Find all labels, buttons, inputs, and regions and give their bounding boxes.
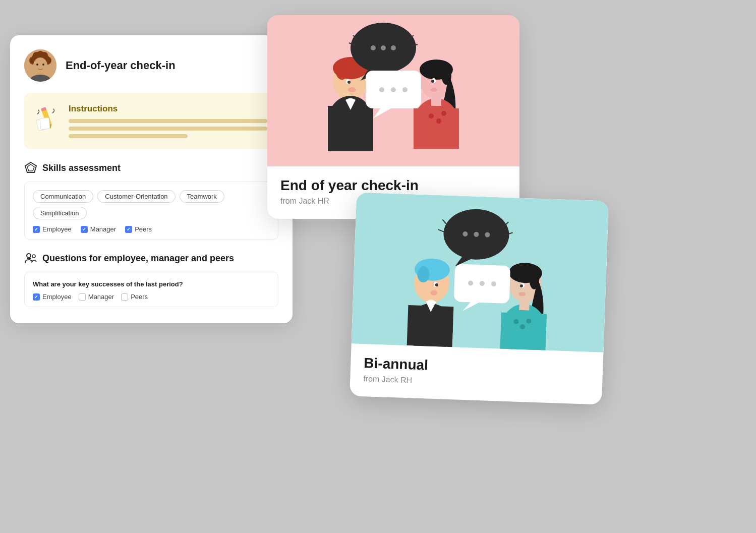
instructions-line-1 (69, 119, 267, 123)
svg-point-48 (371, 45, 376, 50)
skills-section-header: Skills assessment (24, 161, 278, 174)
svg-point-44 (431, 80, 434, 83)
svg-point-26 (336, 64, 348, 80)
skills-checkbox-peers[interactable]: Peers (125, 225, 152, 233)
checkbox-checked-icon (33, 226, 40, 233)
q-peers-label: Peers (131, 293, 148, 301)
instructions-box: Instructions (24, 93, 278, 149)
skills-employee-label: Employee (42, 225, 72, 233)
skill-tag-customer-orientation[interactable]: Customer-Orientation (97, 190, 175, 203)
svg-point-54 (391, 87, 396, 92)
q-checkbox-manager-icon (79, 293, 86, 301)
svg-point-9 (42, 64, 44, 66)
svg-point-53 (379, 87, 384, 92)
svg-point-45 (430, 88, 437, 92)
question-checkbox-peers[interactable]: Peers (121, 293, 148, 301)
instructions-content: Instructions (69, 104, 267, 138)
questions-section-header: Questions for employee, manager and peer… (24, 252, 278, 265)
q-checkbox-peers-icon (121, 293, 128, 301)
svg-point-8 (36, 64, 38, 66)
checkbox-checked-icon (81, 226, 88, 233)
skill-tag-communication[interactable]: Communication (33, 190, 93, 203)
svg-rect-29 (328, 106, 373, 151)
skills-section-title: Skills assessment (42, 163, 121, 173)
svg-point-31 (348, 87, 356, 92)
skill-tag-simplification[interactable]: Simplification (33, 207, 87, 219)
q-checkbox-employee-icon (33, 293, 40, 301)
q-employee-label: Employee (42, 293, 72, 301)
card-pink-image (267, 15, 519, 166)
svg-rect-38 (414, 108, 459, 149)
card-pink[interactable]: End of year check-in from Jack HR (267, 15, 519, 219)
skills-peers-label: Peers (135, 225, 152, 233)
question-checkbox-employee[interactable]: Employee (33, 293, 72, 301)
instructions-line-3 (69, 134, 188, 138)
form-card: End-of-year check-in (10, 35, 293, 323)
svg-rect-66 (407, 305, 454, 347)
svg-point-50 (391, 45, 396, 50)
skills-tags: Communication Customer-Orientation Teamw… (33, 190, 270, 219)
svg-point-49 (381, 45, 386, 50)
q-manager-label: Manager (88, 293, 114, 301)
card-teal[interactable]: Bi-annual from Jack RH (350, 192, 609, 404)
card-pink-title: End of year check-in (280, 177, 506, 194)
svg-point-40 (436, 119, 441, 124)
svg-marker-19 (27, 164, 34, 171)
svg-point-39 (429, 113, 434, 119)
svg-point-21 (32, 255, 35, 258)
questions-box: What are your key successes of the last … (24, 272, 278, 307)
svg-point-55 (402, 87, 408, 92)
form-title: End-of-year check-in (66, 59, 176, 72)
skills-manager-label: Manager (90, 225, 116, 233)
svg-point-7 (33, 57, 47, 74)
skill-tag-teamwork[interactable]: Teamwork (180, 190, 224, 203)
svg-rect-42 (431, 97, 441, 106)
svg-rect-75 (500, 313, 547, 352)
questions-icon (24, 252, 37, 265)
skills-icon (24, 161, 37, 174)
questions-section-title: Questions for employee, manager and peer… (42, 253, 234, 264)
instructions-title: Instructions (69, 104, 267, 114)
svg-point-6 (37, 51, 44, 58)
instructions-icon (33, 104, 62, 132)
skills-checkboxes: Employee Manager Peers (33, 225, 270, 233)
instructions-line-2 (69, 127, 267, 131)
skills-checkbox-manager[interactable]: Manager (81, 225, 116, 233)
svg-point-33 (347, 81, 351, 84)
skills-checkbox-employee[interactable]: Employee (33, 225, 72, 233)
question-checkbox-manager[interactable]: Manager (79, 293, 114, 301)
form-header: End-of-year check-in (24, 49, 278, 82)
svg-point-20 (27, 254, 31, 258)
checkbox-checked-icon (125, 226, 132, 233)
card-teal-content: Bi-annual from Jack RH (350, 343, 603, 404)
svg-rect-79 (519, 300, 530, 311)
svg-point-41 (441, 111, 446, 116)
skills-box: Communication Customer-Orientation Teamw… (24, 182, 278, 240)
card-teal-image (352, 192, 609, 352)
avatar (24, 49, 56, 82)
question-text: What are your key successes of the last … (33, 280, 270, 288)
question-checkboxes: Employee Manager Peers (33, 293, 270, 301)
svg-rect-17 (40, 117, 50, 129)
